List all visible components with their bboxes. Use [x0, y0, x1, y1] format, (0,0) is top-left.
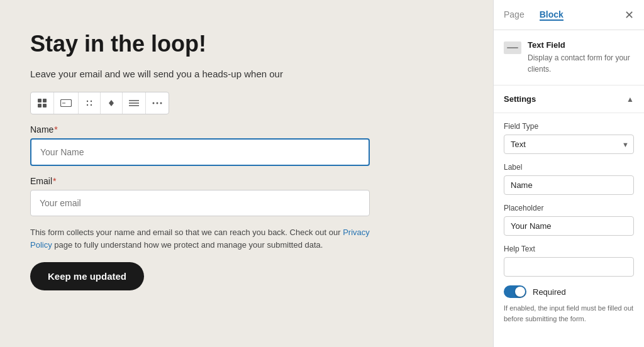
toolbar-btn-dots[interactable] — [79, 92, 101, 114]
settings-body: Field Type Text ▼ Label Placeholder — [494, 113, 644, 333]
svg-point-6 — [87, 100, 88, 101]
placeholder-label: Placeholder — [504, 204, 634, 212]
placeholder-setting: Placeholder — [504, 204, 634, 236]
required-toggle[interactable] — [504, 285, 526, 298]
svg-point-15 — [153, 102, 155, 104]
required-setting: Required If enabled, the input field mus… — [504, 285, 634, 324]
label-input[interactable] — [504, 175, 634, 195]
form-wrapper: Name* Email* This form collects your nam… — [30, 124, 463, 291]
help-text-label: Help Text — [504, 245, 634, 253]
field-type-label: Field Type — [504, 122, 634, 131]
svg-point-9 — [91, 104, 92, 105]
page-heading: Stay in the loop! — [30, 30, 463, 57]
label-setting: Label — [504, 163, 634, 195]
field-type-setting: Field Type Text ▼ — [504, 122, 634, 154]
svg-rect-1 — [43, 99, 47, 102]
field-type-select-wrapper: Text ▼ — [504, 135, 634, 154]
block-info-text: Text Field Display a contact form for yo… — [528, 40, 634, 75]
name-required-star: * — [54, 124, 57, 135]
toggle-knob — [515, 287, 525, 297]
block-toolbar — [30, 92, 169, 114]
field-type-select[interactable]: Text — [504, 135, 634, 154]
svg-rect-3 — [43, 104, 47, 107]
svg-point-16 — [157, 102, 158, 104]
settings-section: Settings ▲ Field Type Text ▼ Label — [494, 85, 644, 333]
settings-label: Settings — [504, 94, 536, 104]
toolbar-btn-grid[interactable] — [31, 92, 54, 114]
email-label: Email* — [30, 176, 463, 186]
settings-chevron-icon: ▲ — [626, 95, 634, 104]
toolbar-btn-field[interactable] — [54, 92, 79, 114]
sidebar-tabs: Page Block ✕ — [494, 0, 644, 30]
svg-rect-2 — [38, 104, 42, 107]
svg-marker-10 — [109, 100, 114, 103]
email-input[interactable] — [30, 190, 370, 216]
required-help-text: If enabled, the input field must be fill… — [504, 303, 634, 324]
svg-marker-11 — [109, 103, 114, 106]
email-field-group: Email* — [30, 176, 463, 216]
name-field-group: Name* — [30, 124, 463, 166]
svg-point-17 — [160, 102, 162, 104]
tab-page[interactable]: Page — [504, 9, 525, 21]
block-title: Text Field — [528, 40, 634, 50]
email-required-star: * — [53, 176, 56, 186]
placeholder-input[interactable] — [504, 216, 634, 236]
block-desc: Display a contact form for your clients. — [528, 52, 634, 75]
name-input[interactable] — [30, 138, 370, 166]
page-subheading: Leave your email and we will send you a … — [30, 67, 463, 82]
settings-header[interactable]: Settings ▲ — [494, 85, 644, 113]
block-icon — [504, 41, 521, 54]
required-label: Required — [533, 287, 566, 297]
toolbar-btn-more[interactable] — [146, 92, 169, 114]
svg-point-8 — [91, 100, 92, 101]
privacy-text: This form collects your name and email s… — [30, 226, 370, 253]
block-info: Text Field Display a contact form for yo… — [494, 30, 644, 85]
submit-button[interactable]: Keep me updated — [30, 262, 144, 290]
main-canvas: Stay in the loop! Leave your email and w… — [0, 0, 493, 347]
help-text-setting: Help Text — [504, 245, 634, 277]
label-label: Label — [504, 163, 634, 172]
name-label: Name* — [30, 124, 463, 135]
tab-block[interactable]: Block — [540, 9, 564, 21]
close-button[interactable]: ✕ — [625, 8, 634, 22]
sidebar: Page Block ✕ Text Field Display a contac… — [493, 0, 644, 347]
svg-point-7 — [87, 104, 88, 105]
help-text-input[interactable] — [504, 257, 634, 277]
toolbar-btn-updown[interactable] — [101, 92, 123, 114]
svg-rect-0 — [38, 99, 42, 102]
toggle-row: Required — [504, 285, 634, 298]
toolbar-btn-align[interactable] — [123, 92, 146, 114]
